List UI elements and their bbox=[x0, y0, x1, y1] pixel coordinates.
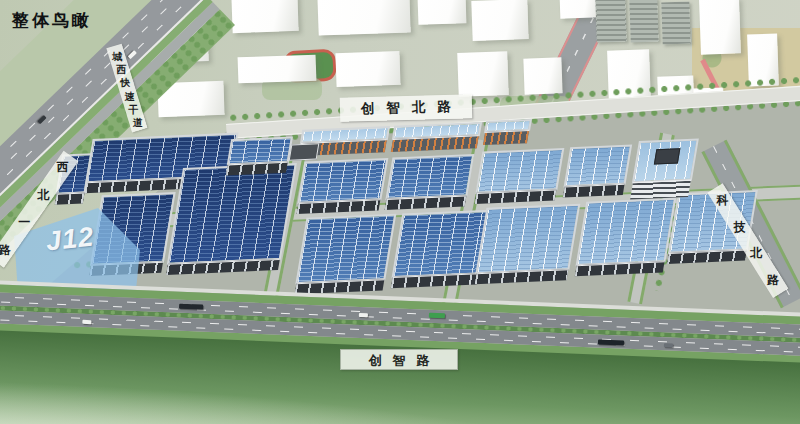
context-building bbox=[418, 0, 467, 25]
solar-roof bbox=[632, 138, 699, 183]
warehouse-building bbox=[296, 158, 389, 214]
warehouse-building bbox=[562, 144, 632, 197]
vehicle-car bbox=[664, 343, 673, 347]
context-building bbox=[317, 0, 410, 36]
solar-roof bbox=[475, 204, 580, 275]
context-building bbox=[457, 51, 509, 97]
warehouse-building bbox=[294, 214, 397, 295]
solar-roof bbox=[167, 163, 297, 265]
solar-roof bbox=[295, 214, 396, 284]
solar-roof bbox=[475, 148, 564, 194]
warehouse-building bbox=[225, 136, 293, 175]
context-building bbox=[238, 55, 317, 84]
vehicle-truck bbox=[598, 340, 624, 346]
context-building bbox=[523, 57, 562, 94]
aerial-rendering: G1 bbox=[0, 0, 800, 424]
building-facade bbox=[630, 180, 691, 200]
dormitory-building bbox=[390, 122, 482, 152]
building-facade bbox=[55, 193, 85, 205]
solar-roof bbox=[563, 144, 632, 187]
vehicle-car bbox=[128, 50, 137, 59]
rooftop-unit bbox=[654, 148, 681, 164]
solar-roof bbox=[385, 154, 474, 200]
dormitory-building bbox=[482, 119, 532, 145]
page-title: 整体鸟瞰 bbox=[12, 9, 92, 32]
utility-shed bbox=[289, 143, 320, 160]
warehouse-building bbox=[574, 198, 676, 277]
context-building bbox=[699, 0, 741, 55]
context-building bbox=[231, 0, 298, 33]
warehouse-building bbox=[384, 154, 475, 210]
vehicle-truck bbox=[429, 313, 445, 319]
context-building bbox=[560, 0, 599, 19]
warehouse-building bbox=[165, 163, 297, 275]
vehicle-truck bbox=[179, 304, 203, 310]
vehicle-car bbox=[82, 320, 91, 324]
residential-tower bbox=[661, 2, 690, 45]
solar-roof bbox=[297, 158, 388, 204]
warehouse-building bbox=[474, 204, 581, 285]
context-building bbox=[471, 0, 528, 41]
building-facade bbox=[483, 130, 529, 145]
vehicle-car bbox=[359, 313, 368, 317]
residential-tower bbox=[595, 0, 627, 43]
residential-tower bbox=[629, 0, 659, 42]
context-building bbox=[335, 51, 400, 87]
vehicle-car bbox=[37, 115, 46, 124]
solar-roof bbox=[575, 198, 676, 266]
warehouse-building bbox=[474, 148, 565, 204]
road-label-chuangzhi-north: 创智北路 bbox=[340, 94, 473, 121]
road-label-chuangzhi: 创智路 bbox=[340, 349, 458, 370]
parcel-label: J12 bbox=[45, 222, 96, 258]
office-building bbox=[629, 138, 699, 199]
